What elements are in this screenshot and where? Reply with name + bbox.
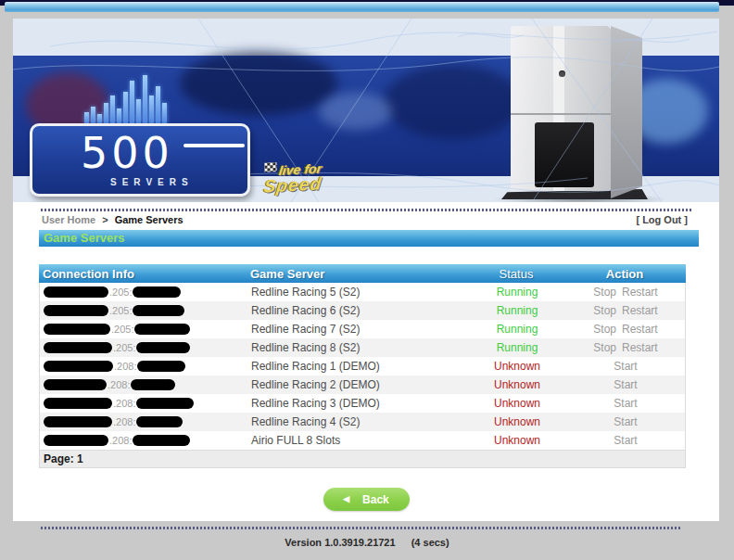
server-status: Unknown: [466, 434, 568, 447]
redacted-port-blob: [133, 305, 184, 316]
connection-info-cell: .208:: [40, 398, 251, 409]
logo-number-text: 500: [81, 128, 173, 178]
connection-visible-text: .205:: [109, 286, 132, 298]
game-server-name: Redline Racing 8 (S2): [251, 341, 466, 354]
server-action-cell: StopRestart: [568, 304, 683, 317]
server-action-cell: Start: [568, 415, 683, 428]
game-server-name: Airio FULL 8 Slots: [251, 434, 466, 447]
checkered-flag-icon: [264, 162, 276, 172]
connection-visible-text: .205:: [113, 342, 135, 353]
breadcrumb-path: User Home > Game Servers: [42, 214, 184, 225]
action-restart-link[interactable]: Restart: [622, 286, 658, 299]
dotted-separator-top: [41, 209, 693, 211]
server-action-cell: StopRestart: [568, 341, 683, 354]
breadcrumb-user-home-link[interactable]: User Home: [42, 214, 95, 225]
breadcrumb-current-page: Game Servers: [115, 214, 184, 225]
pagination-row: Page: 1: [39, 451, 686, 468]
connection-info-cell: .205:: [40, 286, 251, 298]
redacted-port-blob: [136, 342, 190, 353]
connection-info-cell: .208:: [40, 379, 251, 390]
car-image-blur: [319, 93, 393, 130]
500servers-logo: 500 SERVERS: [30, 123, 250, 197]
table-row: .208: Airio FULL 8 Slots Unknown Start: [40, 431, 685, 450]
top-blue-gradient-bar: [5, 2, 719, 12]
table-row: .205: Redline Racing 6 (S2) Running Stop…: [40, 301, 685, 320]
action-stop-link[interactable]: Stop: [593, 286, 616, 299]
site-banner: 500 SERVERS live for Speed: [13, 19, 719, 202]
server-status: Unknown: [466, 360, 568, 373]
game-servers-table: Connection Info Game Server Status Actio…: [39, 264, 686, 468]
action-start-link[interactable]: Start: [614, 360, 637, 373]
game-server-name: Redline Racing 7 (S2): [251, 323, 466, 336]
server-status: Running: [466, 341, 568, 354]
redacted-port-blob: [131, 379, 175, 390]
redacted-port-blob: [137, 361, 185, 372]
table-row: .208: Redline Racing 3 (DEMO) Unknown St…: [40, 394, 685, 413]
game-server-name: Redline Racing 5 (S2): [251, 286, 466, 299]
logout-link[interactable]: [ Log Out ]: [636, 214, 688, 225]
back-button[interactable]: ◀ Back: [323, 488, 410, 511]
content-panel: User Home > Game Servers [ Log Out ] Gam…: [13, 202, 719, 521]
connection-info-cell: .208:: [40, 416, 251, 427]
action-start-link[interactable]: Start: [614, 397, 637, 410]
connection-info-cell: .205:: [40, 342, 251, 353]
action-start-link[interactable]: Start: [614, 434, 637, 447]
back-arrow-icon: ◀: [343, 495, 349, 503]
redacted-ip-blob: [44, 361, 113, 372]
logo-horizontal-line: [184, 144, 245, 147]
server-action-cell: Start: [568, 378, 683, 391]
header-action: Action: [567, 267, 682, 281]
game-server-name: Redline Racing 2 (DEMO): [251, 378, 466, 391]
table-row: .208: Redline Racing 2 (DEMO) Unknown St…: [40, 375, 685, 394]
redacted-port-blob: [133, 286, 181, 298]
breadcrumb-separator: >: [102, 214, 108, 225]
connection-visible-text: .208:: [114, 361, 136, 372]
table-row: .205: Redline Racing 5 (S2) Running Stop…: [40, 283, 685, 301]
server-action-cell: Start: [568, 360, 683, 373]
tower-front-face: [511, 26, 611, 191]
server-status: Running: [466, 323, 568, 336]
redacted-ip-blob: [44, 379, 107, 390]
action-restart-link[interactable]: Restart: [622, 323, 658, 336]
action-start-link[interactable]: Start: [614, 415, 637, 428]
redacted-port-blob: [136, 398, 194, 409]
connection-visible-text: .208:: [113, 398, 135, 409]
redacted-ip-blob: [44, 324, 110, 335]
equalizer-bars-graphic: [84, 75, 177, 123]
action-stop-link[interactable]: Stop: [593, 304, 616, 317]
back-button-area: ◀ Back: [13, 488, 719, 511]
redacted-ip-blob: [44, 435, 108, 446]
table-row: .205: Redline Racing 7 (S2) Running Stop…: [40, 320, 685, 338]
tower-divider-line: [511, 113, 611, 115]
server-status: Unknown: [466, 378, 568, 391]
server-action-cell: Start: [568, 397, 683, 410]
action-restart-link[interactable]: Restart: [622, 341, 658, 354]
action-stop-link[interactable]: Stop: [593, 323, 616, 336]
dotted-separator-bottom: [41, 527, 682, 529]
table-header-row: Connection Info Game Server Status Actio…: [39, 264, 686, 283]
tower-power-button: [559, 70, 565, 77]
page-indicator: Page: 1: [44, 452, 83, 465]
connection-info-cell: .208:: [40, 435, 251, 446]
connection-info-cell: .205:: [40, 305, 251, 316]
game-server-name: Redline Racing 6 (S2): [251, 304, 466, 317]
redacted-ip-blob: [44, 286, 108, 298]
breadcrumb: User Home > Game Servers [ Log Out ]: [42, 214, 688, 225]
table-row: .208: Redline Racing 4 (S2) Unknown Star…: [40, 413, 685, 431]
connection-visible-text: .208:: [108, 379, 130, 390]
server-status: Unknown: [466, 397, 568, 410]
connection-visible-text: .208:: [109, 435, 132, 446]
server-action-cell: StopRestart: [568, 286, 683, 299]
car-image-blur: [180, 51, 337, 116]
redacted-ip-blob: [44, 342, 112, 353]
lfs-logo-line2: Speed: [263, 174, 323, 195]
action-restart-link[interactable]: Restart: [622, 304, 658, 317]
live-for-speed-logo: live for Speed: [263, 161, 325, 195]
action-stop-link[interactable]: Stop: [593, 341, 616, 354]
redacted-ip-blob: [44, 416, 112, 427]
header-status: Status: [465, 267, 567, 281]
redacted-ip-blob: [44, 398, 112, 409]
logo-servers-text: SERVERS: [110, 177, 194, 187]
action-start-link[interactable]: Start: [614, 378, 637, 391]
server-status: Running: [466, 304, 568, 317]
